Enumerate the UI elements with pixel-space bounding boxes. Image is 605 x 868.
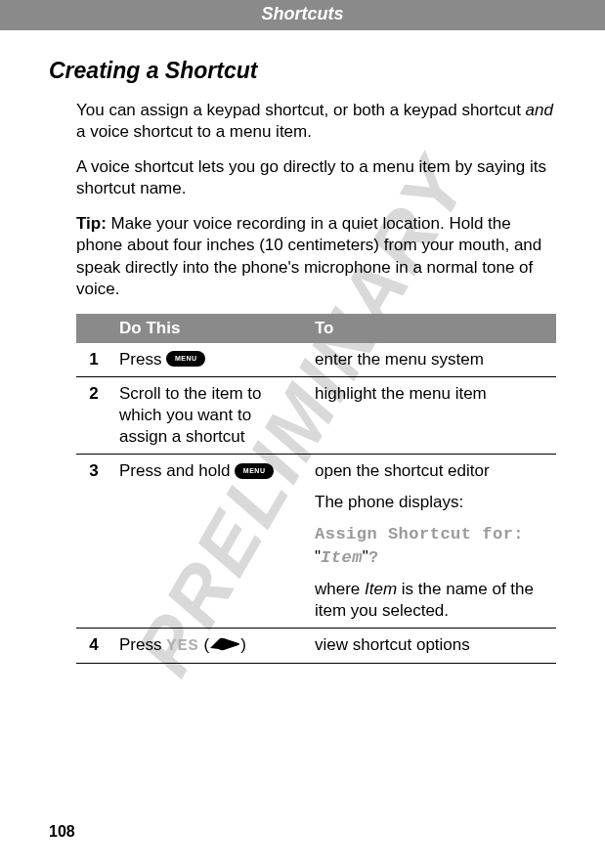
text: ( xyxy=(199,635,209,654)
step-num: 3 xyxy=(76,455,111,629)
table-row: 4 Press YES () view shortcut options xyxy=(76,628,556,663)
text: where Item is the name of the item you s… xyxy=(315,579,548,622)
intro-p1: You can assign a keypad shortcut, or bot… xyxy=(76,100,556,143)
menu-key-icon xyxy=(166,351,205,367)
text: Press and hold xyxy=(119,461,235,480)
table-row: 3 Press and hold open the shortcut edito… xyxy=(76,455,556,629)
text: You can assign a keypad shortcut, or bot… xyxy=(76,101,526,119)
col-to-header: To xyxy=(307,314,556,343)
soft-key-icon xyxy=(209,637,240,651)
text: The phone displays: xyxy=(315,492,548,513)
step-do: Press xyxy=(111,343,307,377)
step-num: 2 xyxy=(76,376,111,454)
intro-p2: A voice shortcut lets you go directly to… xyxy=(76,156,556,199)
table-header-row: Do This To xyxy=(76,314,556,343)
text: Press xyxy=(119,350,166,369)
item-placeholder: Item xyxy=(321,548,363,567)
phone-display: Assign Shortcut for: "Item"? xyxy=(315,523,548,568)
step-to: enter the menu system xyxy=(307,343,556,377)
table-row: 2 Scroll to the item to which you want t… xyxy=(76,376,556,454)
emphasis-and: and xyxy=(526,101,553,119)
text: a voice shortcut to a menu item. xyxy=(76,122,312,141)
tip-body: Make your voice recording in a quiet loc… xyxy=(76,214,541,297)
step-to: highlight the menu item xyxy=(307,376,556,454)
item-placeholder: Item xyxy=(365,580,397,598)
mono-text: ? xyxy=(368,548,379,567)
text: where xyxy=(315,580,365,598)
text: Press xyxy=(119,635,166,654)
table-row: 1 Press enter the menu system xyxy=(76,343,556,377)
tip-label: Tip: xyxy=(76,214,107,233)
steps-table: Do This To 1 Press enter the menu system… xyxy=(76,314,556,664)
col-do-header: Do This xyxy=(111,314,307,343)
text: open the shortcut editor xyxy=(315,460,548,482)
step-do: Press and hold xyxy=(111,455,307,629)
step-num: 1 xyxy=(76,343,111,377)
step-num: 4 xyxy=(76,628,111,663)
chapter-bar: Shortcuts xyxy=(0,0,605,30)
menu-key-icon xyxy=(235,463,274,479)
body-text: You can assign a keypad shortcut, or bot… xyxy=(76,100,556,664)
step-to: view shortcut options xyxy=(307,628,556,663)
step-do: Scroll to the item to which you want to … xyxy=(111,376,307,454)
step-do: Press YES () xyxy=(111,628,307,663)
content: Shortcuts Creating a Shortcut You can as… xyxy=(49,0,556,664)
col-num-header xyxy=(76,314,111,343)
text: ) xyxy=(240,635,246,654)
yes-label: YES xyxy=(166,636,199,655)
page-number: 108 xyxy=(49,823,75,841)
section-title: Creating a Shortcut xyxy=(49,58,556,84)
page: PRELIMINARY Shortcuts Creating a Shortcu… xyxy=(0,0,605,868)
mono-text: Assign Shortcut for: xyxy=(315,525,524,543)
step-to: open the shortcut editor The phone displ… xyxy=(307,455,556,629)
tip-paragraph: Tip: Make your voice recording in a quie… xyxy=(76,213,556,299)
